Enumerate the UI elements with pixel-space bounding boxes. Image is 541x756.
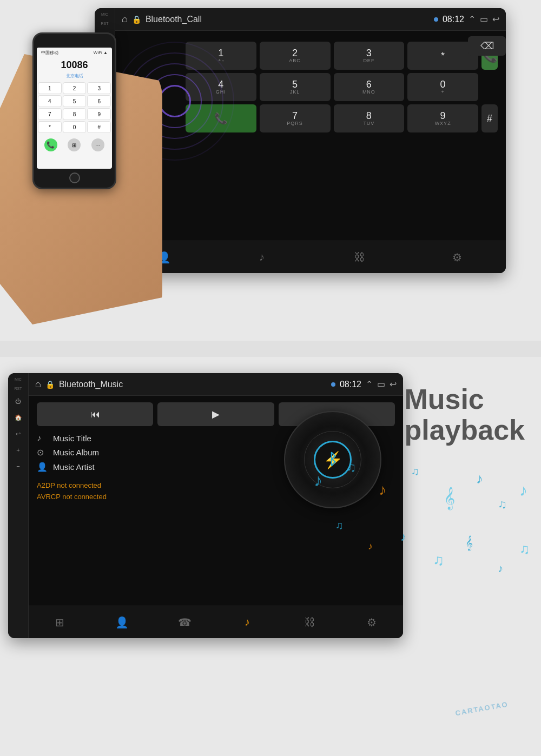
phone-dialpad: 1 2 3 4 5 6 7 8 9 * 0 #	[37, 81, 112, 134]
play-button[interactable]: ▶	[157, 402, 274, 426]
rst-label-b: RST	[15, 387, 22, 390]
phone-status-bar: 中国移动 WiFi ▲	[37, 48, 112, 57]
vol-down-button-b[interactable]: −	[11, 461, 26, 472]
phone-device: 中国移动 WiFi ▲ 10086 北京电话 1 2 3 4 5 6 7 8 9…	[32, 32, 116, 189]
nav-link-button[interactable]: ⛓	[346, 247, 373, 268]
power-button-b[interactable]: ⏻	[11, 396, 26, 407]
unit-header-top: ⌂ 🔒 Bluetooth_Call 08:12 ⌃ ▭ ↩	[115, 8, 506, 31]
music-note-icon: ♪	[37, 433, 48, 443]
vol-up-button-b[interactable]: +	[11, 445, 26, 455]
dialpad-key-2[interactable]: 2 ABC	[260, 42, 331, 70]
phone-more-button[interactable]: ⋯	[91, 138, 104, 151]
dialpad-key-6[interactable]: 6 MNO	[334, 73, 405, 101]
back-icon[interactable]: ↩	[492, 14, 499, 24]
section-divider	[0, 341, 541, 357]
nav-music-active-button[interactable]: ♪	[234, 612, 261, 633]
phone-key-4[interactable]: 4	[38, 95, 62, 107]
nav-settings-button[interactable]: ⚙	[444, 247, 471, 268]
music-title-text: Music Title	[53, 434, 91, 443]
dialpad-key-0plus[interactable]: 0 +	[407, 73, 478, 101]
note-15: ♫	[519, 541, 530, 558]
bluetooth-b-symbol: ᛒ	[328, 451, 338, 468]
dialpad-key-9[interactable]: 9 WXYZ	[407, 104, 478, 132]
phone-key-7[interactable]: 7	[38, 108, 62, 120]
backspace-button[interactable]: ⌫	[468, 36, 506, 56]
bt-indicator-top	[434, 17, 438, 22]
music-album-icon: ⊙	[37, 447, 48, 457]
header-title-bottom: Bluetooth_Music	[59, 380, 327, 389]
phone-key-0[interactable]: 0	[63, 121, 87, 133]
nav-phone-button[interactable]: ☎	[171, 612, 198, 633]
phone-key-hash[interactable]: #	[87, 121, 111, 133]
bottom-nav-music: ⊞ 👤 ☎ ♪ ⛓ ⚙	[29, 606, 403, 638]
note-13: 𝄞	[465, 535, 473, 551]
nav-link-button-b[interactable]: ⛓	[296, 612, 323, 633]
music-playback-title-line1: Music	[404, 384, 525, 415]
unit-header-bottom: ⌂ 🔒 Bluetooth_Music 08:12 ⌃ ▭ ↩	[29, 373, 403, 396]
window-icon[interactable]: ▭	[480, 14, 488, 24]
mic-label-b: MIC	[15, 377, 22, 381]
expand-icon[interactable]: ⌃	[469, 14, 476, 24]
car-unit-bottom: MIC RST ⏻ 🏠 ↩ + − ⌂ 🔒 Bluetooth_Music 08…	[8, 373, 403, 638]
nav-grid-button[interactable]: ⊞	[47, 612, 74, 633]
dialpad-key-hash[interactable]: #	[481, 104, 498, 132]
main-screen-top: ⌂ 🔒 Bluetooth_Call 08:12 ⌃ ▭ ↩	[115, 8, 506, 273]
note-7: ♫	[498, 498, 507, 512]
dialpad-key-3[interactable]: 3 DEF	[334, 42, 405, 70]
hand-phone-illustration: 中国移动 WiFi ▲ 10086 北京电话 1 2 3 4 5 6 7 8 9…	[0, 22, 168, 324]
note-14: ♪	[498, 562, 503, 575]
header-icons-bottom: ⌃ ▭ ↩	[366, 379, 397, 389]
phone-keypad-toggle[interactable]: ⊞	[68, 138, 81, 151]
phone-key-2[interactable]: 2	[63, 82, 87, 94]
vinyl-record: ⚡ ᛒ	[284, 411, 381, 508]
back-side-button-b[interactable]: ↩	[11, 428, 26, 439]
home-side-button-b[interactable]: 🏠	[11, 412, 26, 423]
phone-key-1[interactable]: 1	[38, 82, 62, 94]
note-6: ♪	[476, 470, 483, 487]
phone-key-8[interactable]: 8	[63, 108, 87, 120]
music-playback-section: Music playback	[404, 384, 525, 446]
header-home-icon-b[interactable]: ⌂	[35, 379, 41, 390]
top-section: 中国移动 WiFi ▲ 10086 北京电话 1 2 3 4 5 6 7 8 9…	[0, 0, 541, 341]
header-icons-top: ⌃ ▭ ↩	[469, 14, 499, 24]
phone-call-button[interactable]: 📞	[44, 138, 57, 151]
back-icon-b[interactable]: ↩	[390, 379, 397, 389]
music-artist-icon: 👤	[37, 462, 48, 472]
phone-key-5[interactable]: 5	[63, 95, 87, 107]
bt-indicator-bottom	[331, 382, 335, 387]
header-lock-icon-b: 🔒	[45, 380, 55, 389]
note-4: ♫	[411, 465, 419, 478]
window-icon-b[interactable]: ▭	[377, 379, 385, 389]
phone-key-9[interactable]: 9	[87, 108, 111, 120]
expand-icon-b[interactable]: ⌃	[366, 379, 373, 389]
music-playback-title-line2: playback	[404, 415, 525, 446]
mic-label: MIC	[101, 12, 108, 16]
nav-music-button[interactable]: ♪	[248, 247, 275, 268]
brand-watermark: CARTAOTAO	[454, 700, 509, 718]
nav-contacts-button-b[interactable]: 👤	[109, 612, 136, 633]
note-5: 𝄞	[444, 487, 455, 509]
side-buttons-bottom: MIC RST ⏻ 🏠 ↩ + −	[8, 373, 29, 638]
dialpad-area: ⌫ 1 ⚬◦ 2 ABC 3 DEF	[115, 31, 506, 241]
header-time-top: 08:12	[443, 15, 464, 24]
vinyl-decoration: ⚡ ᛒ	[279, 400, 398, 519]
dialpad-key-7[interactable]: 7 PQRS	[260, 104, 331, 132]
header-time-bottom: 08:12	[340, 380, 361, 389]
phone-subtitle: 北京电话	[66, 73, 83, 79]
phone-key-3[interactable]: 3	[87, 82, 111, 94]
header-title-top: Bluetooth_Call	[146, 15, 430, 24]
bottom-section: MIC RST ⏻ 🏠 ↩ + − ⌂ 🔒 Bluetooth_Music 08…	[0, 357, 541, 756]
phone-home-button[interactable]	[69, 173, 80, 183]
dialpad-key-8[interactable]: 8 TUV	[334, 104, 405, 132]
phone-key-star[interactable]: *	[38, 121, 62, 133]
music-album-text: Music Album	[53, 448, 99, 457]
music-artist-text: Music Artist	[53, 462, 95, 472]
music-main-screen: ⌂ 🔒 Bluetooth_Music 08:12 ⌃ ▭ ↩ ⏮ ▶ ⏭	[29, 373, 403, 638]
prev-button[interactable]: ⏮	[37, 402, 153, 426]
nav-settings-button-b[interactable]: ⚙	[358, 612, 385, 633]
note-8: ♪	[519, 481, 527, 500]
dialpad-key-5[interactable]: 5 JKL	[260, 73, 331, 101]
phone-key-6[interactable]: 6	[87, 95, 111, 107]
phone-number-display: 10086	[37, 57, 112, 73]
phone-action-row: 📞 ⊞ ⋯	[37, 136, 112, 154]
